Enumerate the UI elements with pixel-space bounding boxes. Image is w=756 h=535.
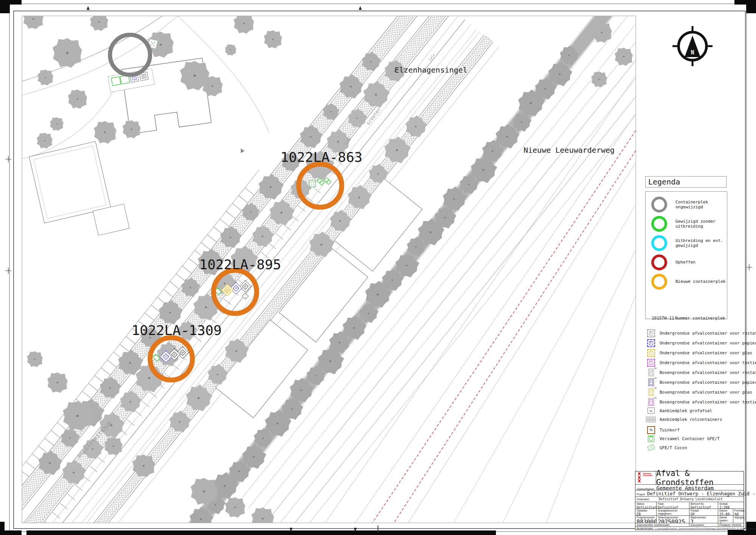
title-row: X X X Gemeente Amsterdam Afval & Grondst… [635,471,744,484]
tekeningnummer-value: 20250925 [658,519,688,523]
gemeente-amsterdam-logo: X X X Gemeente Amsterdam [637,472,655,484]
icon-legend-row: TK Tuinkorf [645,425,680,434]
formaat-value: A0 [734,512,743,515]
auteursrechten-row: Auteursrechten voorbehouden Documentnr: … [635,523,744,526]
icon-legend-row: GFE GFE/T Cocon [645,443,687,452]
bovengrond-glas-icon: GBG [648,388,654,396]
icon-legend-row: T Ondergrondse afvalcontainer voor texti… [645,358,756,367]
legend-item-uitbreiding: Uitbreiding en evt. gewijzigd [646,233,727,253]
north-arrow: N [672,26,713,66]
status-value: Definitief [637,506,655,509]
icon-legend-row: TBG Bovengrondse afvalcontainer voor tex… [645,397,756,406]
site-plan-map: R P G R R P [0,0,756,535]
legend-circle-green [651,216,667,232]
location-label-895: 1022LA-895 [199,257,281,272]
legend-item-nieuw: Nieuwe containerplek [646,272,727,291]
icon-legend-row: RBG Bovengrondse afvalcontainer voor res… [645,368,756,377]
fase-value: Definitief Ontwerp [658,506,688,509]
location-label-1309: 1022LA-1309 [132,323,222,338]
legend-item-opheffen: Opheffen [646,253,727,272]
bovengrond-papier-icon: PBG [648,378,654,386]
legend-title-box: Legenda [645,176,727,188]
icon-legend-row: Verzamel Container GFE/T [645,434,720,443]
tuinkorf-icon: TK [647,426,655,434]
legend-box: Containerplek ongewijzigd Gewijzigd zond… [645,191,727,319]
onderdeel-row: Onderdeel: Definitief Ontwerp Locatiebes… [635,496,744,502]
legend-circle-red [651,254,667,270]
bovengrond-textiel-icon: TBG [648,398,654,406]
verzamel-container-gfet-icon [648,436,654,442]
nummer-row: Projectnummer:88300002 Tekeningnummer:20… [635,515,744,523]
icon-legend: R Ondergrondse afvalcontainer voor resta… [645,326,751,453]
plotdatum-value: 9/9/2025 [732,524,741,526]
bestandsnaam-row: Bestandsnaam: C:\Users\burgk001\OneDrive… [635,526,744,530]
street-label-elzenhagensingel: Elzenhagensingel [395,65,468,74]
datum-value: 25-09-2025 [719,512,732,515]
legend-circle-orange [651,274,667,290]
legend-title: Legenda [648,177,680,186]
title-block: X X X Gemeente Amsterdam Afval & Grondst… [635,471,744,530]
opdrachtgever-row: Opdrachtgever: Gemeente Amsterdam [635,484,744,490]
location-label-863: 1022LA-863 [280,149,363,165]
drawing-title: Afval & Grondstoffen [656,471,744,484]
legend-item-gewijzigd: Gewijzigd zonder uitbreiding [646,214,727,233]
bovengrond-rest-icon: RBG [648,369,654,376]
icon-legend-row: R Ondergrondse afvalcontainer voor resta… [645,329,756,338]
gfet-cocon-icon: GFE [647,444,655,451]
icon-legend-row: GBG Bovengrondse afvalcontainer voor gla… [645,388,752,397]
parking-bays [0,191,250,510]
street-label-nieuwe-leeuwarderweg: Nieuwe Leeuwarderweg [524,146,615,155]
status-row: Status:Definitief Fase:Definitief Ontwer… [635,502,744,509]
legend-item-ongewijzigd: Containerplek ongewijzigd [646,195,727,214]
legend-circle-cyan [651,235,667,251]
red-dashed-line [372,130,636,523]
paraaf-value: OP [691,512,717,515]
icon-legend-row: P Ondergrondse afvalcontainer voor papie… [645,338,756,347]
andreas-crosses-icon: X X X [638,472,641,483]
undergrond-rest-icon: R [647,329,655,337]
onderdeel-value: Definitief Ontwerp Locatiebesluit [659,497,723,501]
aanbiedplek-grofafval-icon: GA [648,408,655,414]
undergrond-papier-icon: P [647,339,655,347]
label-lalo: lalo [428,53,436,62]
project-value: Definitief Ontwerp - Elzenhagen Zuid - S… [647,491,756,497]
icon-legend-row: GA Aanbiedplek grofafval [645,406,712,415]
north-label: N [691,49,694,56]
projectnummer-value: 88300002 [637,519,655,523]
bladnummer-value: 1 [691,519,717,523]
icon-legend-row: Aanbiedplek rolcontainers [645,415,722,424]
opsteller-value: EB [637,512,655,515]
undergrond-glas-icon: G [647,349,655,357]
behoort-value: Definitief ontwerp [691,506,717,509]
street-lines [32,15,499,535]
bestandsnaam-value: C:\Users\burgk001\OneDrive - Gemeente Am… [655,528,755,530]
icon-legend-row: G Ondergrondse afvalcontainer voor glas [645,348,752,357]
legend-circle-gray [651,197,667,212]
undergrond-textiel-icon: T [647,359,655,367]
map-content: R P G R R P [0,0,710,535]
schaal-value: 1:200 [719,506,743,509]
project-row: Project: Definitief Ontwerp - Elzenhagen… [635,490,744,496]
red-dashed-line [394,150,636,523]
logo-text: Gemeente Amsterdam [643,473,652,476]
direction-arrow [241,149,245,153]
icon-legend-row: PBG Bovengrondse afvalcontainer voor pap… [645,378,756,387]
aanbiedplek-rolcontainers-icon [646,417,656,422]
drawing-sheet: { "map": { "markers": [ {"type": "contai… [0,0,756,535]
opsteller-row: Opsteller:EB Goedgekeurd en vrijgegeven:… [635,509,744,515]
